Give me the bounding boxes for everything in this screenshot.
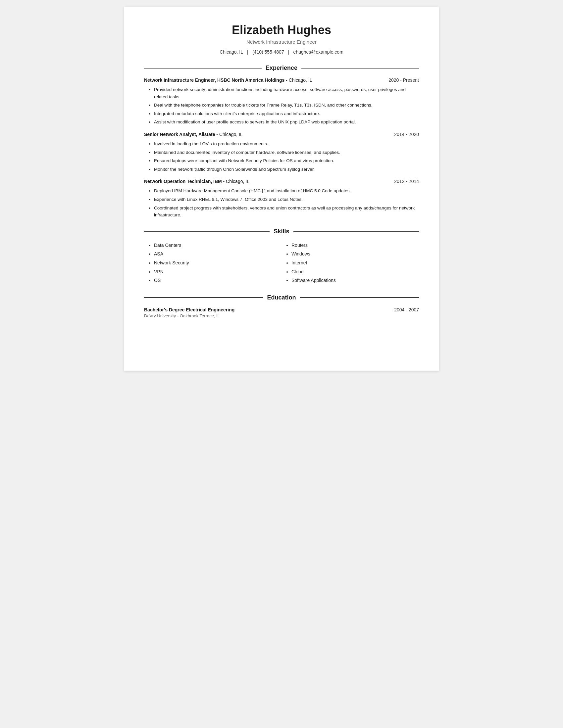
- skill-left-4: VPN: [154, 267, 282, 276]
- divider-line-left-skills: [144, 231, 269, 232]
- job-bullets-2: Involved in loading the LOV's to product…: [144, 140, 419, 173]
- divider-line-right-skills: [294, 231, 419, 232]
- skill-right-1: Routers: [292, 241, 419, 250]
- education-degree-1: Bachelor's Degree Electrical Engineering: [144, 307, 234, 312]
- resume-container: Elizabeth Hughes Network Infrastructure …: [124, 7, 439, 371]
- skill-right-5: Software Applications: [292, 276, 419, 285]
- separator-2: |: [288, 49, 290, 55]
- job-location-2: Chicago, IL: [218, 132, 243, 137]
- job-title-1: Network Infrastructure Engineer, HSBC No…: [144, 77, 312, 83]
- skills-right-column: Routers Windows Internet Cloud Software …: [282, 241, 419, 285]
- separator-1: |: [247, 49, 248, 55]
- education-entry-1: Bachelor's Degree Electrical Engineering…: [144, 307, 419, 318]
- contact-location: Chicago, IL: [219, 49, 243, 55]
- skill-right-2: Windows: [292, 250, 419, 258]
- contact-info: Chicago, IL | (410) 555-4807 | ehughes@e…: [144, 49, 419, 55]
- skills-grid: Data Centers ASA Network Security VPN OS…: [144, 241, 419, 285]
- job-header-2: Senior Network Analyst, Allstate - Chica…: [144, 132, 419, 137]
- bullet-1-1: Provided network security administration…: [154, 86, 419, 100]
- job-title-bold-2: Senior Network Analyst, Allstate -: [144, 132, 218, 137]
- bullet-3-2: Experience with Linux RHEL 6.1, Windows …: [154, 196, 419, 203]
- divider-line-right-exp: [302, 68, 419, 68]
- skill-right-4: Cloud: [292, 267, 419, 276]
- job-title-bold-1: Network Infrastructure Engineer, HSBC No…: [144, 77, 288, 83]
- job-bullets-1: Provided network security administration…: [144, 86, 419, 126]
- candidate-title: Network Infrastructure Engineer: [144, 39, 419, 45]
- bullet-3-1: Deployed IBM Hardware Management Console…: [154, 187, 419, 195]
- skill-left-3: Network Security: [154, 258, 282, 267]
- bullet-2-2: Maintained and documented inventory of c…: [154, 149, 419, 156]
- skill-left-1: Data Centers: [154, 241, 282, 250]
- job-title-2: Senior Network Analyst, Allstate - Chica…: [144, 132, 243, 137]
- bullet-2-1: Involved in loading the LOV's to product…: [154, 140, 419, 148]
- education-school-1: DeVry University - Oakbrook Terrace, IL: [144, 313, 419, 318]
- skill-left-2: ASA: [154, 250, 282, 258]
- divider-line-left-exp: [144, 68, 261, 68]
- education-header-1: Bachelor's Degree Electrical Engineering…: [144, 307, 419, 312]
- skills-divider: Skills: [144, 228, 419, 235]
- job-bullets-3: Deployed IBM Hardware Management Console…: [144, 187, 419, 218]
- job-date-1: 2020 - Present: [389, 77, 419, 83]
- skills-section-title: Skills: [273, 228, 289, 235]
- bullet-1-4: Assist with modification of user profile…: [154, 118, 419, 126]
- job-title-3: Network Operation Technician, IBM - Chic…: [144, 179, 249, 184]
- divider-line-left-edu: [144, 297, 263, 298]
- bullet-3-3: Coordinated project progress with stakeh…: [154, 205, 419, 219]
- contact-phone: (410) 555-4807: [252, 49, 284, 55]
- bullet-1-3: Integrated metadata solutions with clien…: [154, 110, 419, 117]
- bullet-1-2: Deal with the telephone companies for tr…: [154, 102, 419, 109]
- job-title-bold-3: Network Operation Technician, IBM -: [144, 179, 224, 184]
- education-section-title: Education: [267, 294, 296, 301]
- job-header-3: Network Operation Technician, IBM - Chic…: [144, 179, 419, 184]
- bullet-2-4: Monitor the network traffic through Orio…: [154, 166, 419, 173]
- skill-right-3: Internet: [292, 258, 419, 267]
- contact-email: ehughes@example.com: [294, 49, 344, 55]
- job-header-1: Network Infrastructure Engineer, HSBC No…: [144, 77, 419, 83]
- education-date-1: 2004 - 2007: [394, 307, 419, 312]
- job-location-3: Chicago, IL: [224, 179, 249, 184]
- divider-line-right-edu: [300, 297, 419, 298]
- job-date-3: 2012 - 2014: [394, 179, 419, 184]
- education-divider: Education: [144, 294, 419, 301]
- experience-divider: Experience: [144, 65, 419, 71]
- candidate-name: Elizabeth Hughes: [144, 23, 419, 37]
- skill-left-5: OS: [154, 276, 282, 285]
- job-location-1: Chicago, IL: [288, 77, 312, 83]
- job-date-2: 2014 - 2020: [394, 132, 419, 137]
- experience-section-title: Experience: [265, 65, 298, 71]
- header-section: Elizabeth Hughes Network Infrastructure …: [144, 23, 419, 55]
- bullet-2-3: Ensured laptops were compliant with Netw…: [154, 157, 419, 164]
- skills-left-column: Data Centers ASA Network Security VPN OS: [144, 241, 282, 285]
